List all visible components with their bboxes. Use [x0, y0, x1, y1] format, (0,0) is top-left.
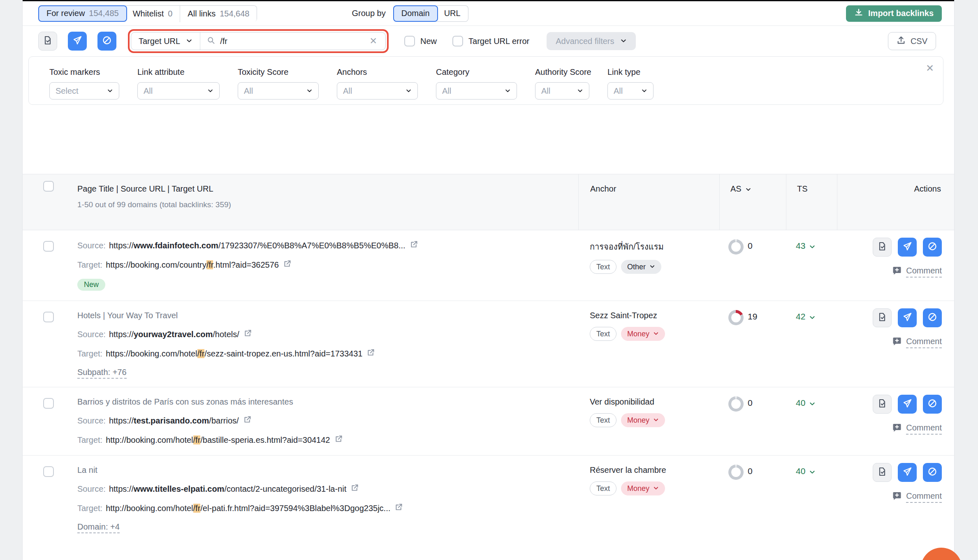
- as-label: AS: [730, 184, 742, 194]
- external-link-icon[interactable]: [366, 348, 375, 359]
- subpath-expander[interactable]: Subpath: +76: [77, 368, 127, 379]
- export-csv-button[interactable]: CSV: [888, 32, 936, 50]
- tab-all-links[interactable]: All links 154,648: [180, 6, 257, 22]
- target-url[interactable]: https://booking.com/hotel/fr/sezz-saint-…: [106, 349, 362, 359]
- external-link-icon[interactable]: [243, 329, 252, 340]
- filter-label: Anchors: [337, 67, 418, 77]
- anchor-type-badge: Text: [590, 327, 616, 341]
- remove-row-button[interactable]: [898, 308, 917, 327]
- disavow-row-button[interactable]: [923, 463, 942, 482]
- select-all-checkbox[interactable]: [43, 181, 54, 192]
- document-check-icon: [877, 312, 887, 324]
- row-checkbox[interactable]: [43, 398, 54, 409]
- search-field-select[interactable]: Target URL: [131, 32, 200, 50]
- anchor-category-dropdown[interactable]: Money: [621, 327, 665, 341]
- chevron-down-icon: [207, 86, 213, 96]
- external-link-icon[interactable]: [394, 503, 403, 514]
- toxicity-score-dropdown[interactable]: 40: [786, 387, 837, 455]
- external-link-icon[interactable]: [350, 484, 359, 494]
- comment-link[interactable]: Comment: [837, 491, 942, 503]
- group-by-domain[interactable]: Domain: [393, 5, 438, 22]
- remove-row-button[interactable]: [898, 238, 917, 257]
- authority-score-select[interactable]: All: [535, 82, 589, 100]
- source-label: Source:: [77, 416, 106, 426]
- chevron-down-icon: [186, 37, 192, 46]
- source-url[interactable]: https://test.parisando.com/barrios/: [109, 416, 239, 426]
- anchor-category-dropdown[interactable]: Other: [621, 260, 661, 274]
- disavow-row-button[interactable]: [923, 395, 942, 414]
- column-header-ts[interactable]: TS: [786, 174, 837, 230]
- toxicity-score-select[interactable]: All: [238, 82, 319, 100]
- comment-link[interactable]: Comment: [837, 336, 942, 348]
- toxic-markers-select[interactable]: Select: [49, 82, 119, 100]
- target-url-error-checkbox[interactable]: [452, 36, 463, 46]
- anchor-category-dropdown[interactable]: Money: [621, 481, 665, 495]
- source-url[interactable]: https://www.titelles-elpati.com/contact/…: [109, 484, 346, 494]
- move-to-whitelist-button[interactable]: [38, 32, 57, 51]
- page-title: Barrios y distritos de París con sus zon…: [77, 397, 570, 407]
- new-checkbox-label: New: [420, 37, 437, 46]
- comment-link[interactable]: Comment: [837, 423, 942, 435]
- target-url[interactable]: http://booking.com/hotel/fr/bastille-spe…: [106, 435, 330, 445]
- chevron-down-icon: [649, 263, 655, 271]
- chevron-down-icon: [653, 330, 659, 338]
- advanced-filters-label: Advanced filters: [556, 37, 614, 46]
- search-input[interactable]: [220, 37, 363, 46]
- tab-whitelist[interactable]: Whitelist 0: [125, 6, 181, 22]
- authority-score-donut: [728, 310, 744, 325]
- group-by-url[interactable]: URL: [437, 5, 468, 22]
- external-link-icon[interactable]: [410, 240, 418, 251]
- whitelist-row-button[interactable]: [873, 463, 892, 482]
- move-to-disavow-button[interactable]: [97, 32, 116, 51]
- external-link-icon[interactable]: [243, 415, 252, 426]
- chevron-down-icon: [641, 86, 647, 96]
- external-link-icon[interactable]: [334, 435, 343, 445]
- row-checkbox[interactable]: [43, 466, 54, 477]
- category-select[interactable]: All: [436, 82, 517, 100]
- link-attribute-select[interactable]: All: [137, 82, 220, 100]
- whitelist-row-button[interactable]: [873, 395, 892, 414]
- category-value: Money: [627, 330, 649, 338]
- search-field-label: Target URL: [139, 37, 180, 46]
- right-scroll-gutter[interactable]: [954, 0, 978, 560]
- import-backlinks-button[interactable]: Import backlinks: [846, 5, 942, 22]
- whitelist-row-button[interactable]: [873, 308, 892, 327]
- filter-category: Category All: [436, 67, 517, 100]
- advanced-filters-button[interactable]: Advanced filters: [547, 32, 635, 50]
- domain-expander[interactable]: Domain: +4: [77, 522, 120, 533]
- clear-search-icon[interactable]: ✕: [368, 36, 379, 46]
- source-url[interactable]: https://www.fdainfotech.com/17923307/%E0…: [109, 241, 406, 250]
- target-url[interactable]: https://booking.com/country/fr.html?aid=…: [106, 260, 279, 270]
- row-checkbox[interactable]: [43, 312, 54, 322]
- chevron-down-icon: [809, 241, 816, 252]
- toxicity-score-dropdown[interactable]: 43: [786, 230, 837, 301]
- source-url[interactable]: https://yourway2travel.com/hotels/: [109, 330, 239, 339]
- disavow-row-button[interactable]: [923, 308, 942, 327]
- comment-link[interactable]: Comment: [837, 266, 942, 278]
- whitelist-row-button[interactable]: [873, 238, 892, 257]
- row-checkbox[interactable]: [43, 241, 54, 252]
- external-link-icon[interactable]: [283, 259, 292, 270]
- remove-row-button[interactable]: [898, 463, 917, 482]
- authority-score-donut: [728, 239, 744, 255]
- target-url[interactable]: http://booking.com/hotel/fr/el-pati.fr.h…: [106, 504, 390, 513]
- tab-for-review[interactable]: For review 154,485: [38, 5, 127, 22]
- move-to-remove-button[interactable]: [68, 32, 87, 51]
- filter-label: Link type: [607, 67, 654, 77]
- anchor-category-dropdown[interactable]: Money: [621, 413, 665, 427]
- toxicity-score-dropdown[interactable]: 42: [786, 301, 837, 387]
- toxicity-score-dropdown[interactable]: 40: [786, 456, 837, 541]
- remove-row-button[interactable]: [898, 395, 917, 414]
- search-icon: [207, 36, 215, 46]
- link-type-select[interactable]: All: [607, 82, 654, 100]
- anchors-select[interactable]: All: [337, 82, 418, 100]
- new-checkbox[interactable]: [404, 36, 415, 46]
- filter-label: Category: [436, 67, 517, 77]
- disavow-row-button[interactable]: [923, 238, 942, 257]
- chevron-down-icon: [620, 37, 627, 46]
- column-header-actions: Actions: [837, 174, 954, 230]
- close-filters-icon[interactable]: ✕: [926, 63, 934, 73]
- column-header-as[interactable]: AS: [719, 174, 786, 230]
- backlink-audit-panel: For review 154,485 Whitelist 0 All links…: [23, 0, 954, 560]
- authority-score-value: 0: [748, 466, 753, 476]
